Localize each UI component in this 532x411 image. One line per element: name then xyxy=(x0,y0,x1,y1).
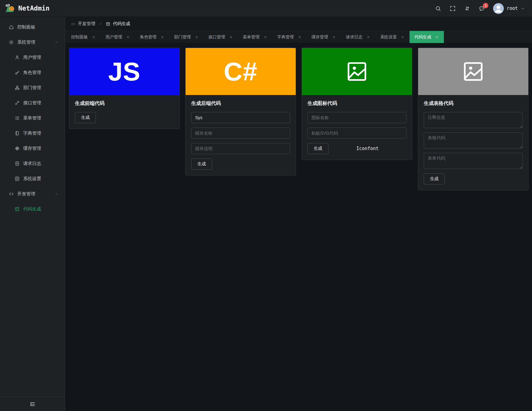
sidebar: 控制面板系统管理用户管理角色管理部门管理接口管理菜单管理字典管理缓存管理请求日志… xyxy=(0,17,65,411)
avatar xyxy=(493,3,504,14)
tab-close-icon[interactable] xyxy=(298,35,302,39)
sidebar-item-label: 角色管理 xyxy=(23,70,41,76)
sidebar-item-label: 字典管理 xyxy=(23,130,41,136)
tab-close-icon[interactable] xyxy=(435,35,439,39)
tab-request-logs[interactable]: 请求日志 xyxy=(341,31,375,43)
tab-apis[interactable]: 接口管理 xyxy=(204,31,238,43)
banner-text: C# xyxy=(224,58,257,84)
card-body: 生成前端代码生成 xyxy=(69,95,179,129)
icon-input-1[interactable] xyxy=(307,112,406,123)
doc-icon xyxy=(15,161,20,166)
tab-close-icon[interactable] xyxy=(126,35,130,39)
card-icon: 生成图标代码生成Iconfont xyxy=(302,48,412,160)
backend-input-2[interactable] xyxy=(191,128,290,139)
card-banner-frontend: JS xyxy=(69,48,179,95)
card-title: 生成后端代码 xyxy=(191,100,290,107)
tab-close-icon[interactable] xyxy=(401,35,405,39)
sidebar-item-development[interactable]: 开发管理 xyxy=(0,186,65,201)
table-textarea-2[interactable] xyxy=(424,132,523,149)
tab-close-icon[interactable] xyxy=(229,35,233,39)
sidebar-item-label: 菜单管理 xyxy=(23,115,41,121)
tab-close-icon[interactable] xyxy=(92,35,96,39)
card-actions: 生成 xyxy=(75,112,174,123)
book-icon xyxy=(15,131,20,136)
card-body: 生成表格代码生成 xyxy=(418,95,528,190)
user-icon xyxy=(15,55,20,60)
sidebar-item-apis[interactable]: 接口管理 xyxy=(0,95,65,110)
tab-users[interactable]: 用户管理 xyxy=(101,31,135,43)
sidebar-item-dictionaries[interactable]: 字典管理 xyxy=(0,126,65,141)
breadcrumb-item[interactable]: 开发管理 xyxy=(71,21,95,27)
chevron-up-icon xyxy=(54,40,58,44)
sidebar-item-cache[interactable]: 缓存管理 xyxy=(0,141,65,156)
list-icon xyxy=(15,115,20,121)
key-icon xyxy=(15,70,20,75)
tab-close-icon[interactable] xyxy=(332,35,336,39)
fullscreen-icon[interactable] xyxy=(449,5,456,12)
icon-input-2[interactable] xyxy=(307,128,406,139)
card-frontend: JS生成前端代码生成 xyxy=(69,48,180,129)
table-generate-button[interactable]: 生成 xyxy=(424,173,445,184)
sidebar-item-system[interactable]: 系统管理 xyxy=(0,35,65,50)
backend-input-3[interactable] xyxy=(191,143,290,154)
card-actions: 生成 xyxy=(424,173,523,184)
tab-close-icon[interactable] xyxy=(367,35,370,39)
tab-dictionaries[interactable]: 字典管理 xyxy=(272,31,307,43)
sidebar-item-code-generation[interactable]: 代码生成 xyxy=(0,201,65,217)
brand-name: NetAdmin xyxy=(18,5,49,12)
brand[interactable]: NetAdmin xyxy=(4,3,49,13)
tab-label: 请求日志 xyxy=(346,34,363,40)
tab-code-generation[interactable]: 代码生成 xyxy=(410,31,444,43)
tab-settings[interactable]: 系统设置 xyxy=(375,31,410,43)
card-table: 生成表格代码生成 xyxy=(418,48,529,190)
chevron-right-icon xyxy=(98,22,103,26)
swap-arrows-icon[interactable] xyxy=(464,5,470,12)
sidebar-item-departments[interactable]: 部门管理 xyxy=(0,80,65,95)
card-backend: C#生成后端代码生成 xyxy=(185,48,296,175)
card-actions: 生成 xyxy=(191,158,290,170)
sidebar-item-label: 系统设置 xyxy=(23,176,41,182)
terminal-icon xyxy=(15,206,20,212)
sidebar-item-label: 接口管理 xyxy=(23,100,41,106)
tab-departments[interactable]: 部门管理 xyxy=(169,31,204,43)
table-textarea-3[interactable] xyxy=(424,153,523,169)
sidebar-collapse-button[interactable] xyxy=(29,401,36,407)
sidebar-item-label: 请求日志 xyxy=(23,161,41,167)
breadcrumb-item[interactable]: 代码生成 xyxy=(106,21,130,27)
table-textarea-1[interactable] xyxy=(424,112,523,128)
backend-input-1[interactable] xyxy=(191,112,290,123)
frontend-generate-button[interactable]: 生成 xyxy=(75,112,96,123)
tab-label: 缓存管理 xyxy=(311,34,328,40)
tab-label: 接口管理 xyxy=(208,34,225,40)
tab-close-icon[interactable] xyxy=(195,35,199,39)
search-icon[interactable] xyxy=(435,5,441,12)
icon-generate-button[interactable]: 生成 xyxy=(307,143,328,154)
tab-dashboard[interactable]: 控制面板 xyxy=(66,31,101,43)
card-banner-table xyxy=(418,48,528,95)
banner-text: JS xyxy=(108,58,141,84)
sidebar-item-roles[interactable]: 角色管理 xyxy=(0,65,65,80)
tab-cache[interactable]: 缓存管理 xyxy=(307,31,341,43)
panel-icon xyxy=(15,176,20,181)
tab-menus[interactable]: 菜单管理 xyxy=(238,31,272,43)
user-menu[interactable]: root xyxy=(493,3,525,14)
tab-close-icon[interactable] xyxy=(161,35,164,39)
card-title: 生成前端代码 xyxy=(75,100,174,107)
home-icon xyxy=(9,24,14,30)
sidebar-item-label: 部门管理 xyxy=(23,85,41,91)
header: NetAdmin 3 root xyxy=(0,0,532,17)
messages-icon[interactable]: 3 xyxy=(478,5,485,12)
iconfont-link[interactable]: Iconfont xyxy=(328,146,406,151)
chevron-down-icon xyxy=(521,6,525,11)
sidebar-item-dashboard[interactable]: 控制面板 xyxy=(0,19,65,35)
backend-generate-button[interactable]: 生成 xyxy=(191,158,212,170)
tab-label: 菜单管理 xyxy=(243,34,260,40)
sidebar-item-menus[interactable]: 菜单管理 xyxy=(0,110,65,126)
tab-roles[interactable]: 角色管理 xyxy=(135,31,169,43)
sidebar-item-users[interactable]: 用户管理 xyxy=(0,50,65,65)
tab-label: 字典管理 xyxy=(277,34,294,40)
terminal-icon xyxy=(106,22,110,26)
sidebar-item-request-logs[interactable]: 请求日志 xyxy=(0,156,65,171)
sidebar-item-settings[interactable]: 系统设置 xyxy=(0,171,65,186)
tab-close-icon[interactable] xyxy=(264,35,267,39)
